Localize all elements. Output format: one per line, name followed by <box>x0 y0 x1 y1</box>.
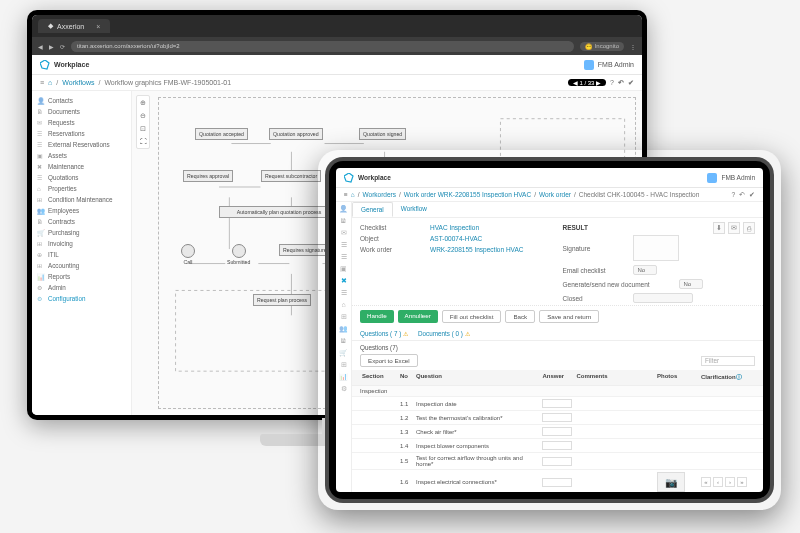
back-icon[interactable]: ◀ <box>38 43 43 50</box>
side-documents-icon[interactable]: 🗎 <box>339 216 348 225</box>
fit-icon[interactable]: ⊡ <box>137 122 149 135</box>
answer-input[interactable] <box>542 413 572 422</box>
sidebar-item-documents[interactable]: 🗎Documents <box>34 106 129 117</box>
sidebar-item-invoicing[interactable]: ⊞Invoicing <box>34 238 129 249</box>
col-no[interactable]: No <box>398 373 414 382</box>
side-condition-icon[interactable]: ⊞ <box>339 312 348 321</box>
side-quotations-icon[interactable]: ☰ <box>339 288 348 297</box>
email-chk-select[interactable]: No <box>633 265 657 275</box>
handle-button[interactable]: Handle <box>360 310 394 323</box>
object-value[interactable]: AST-00074-HVAC <box>430 235 482 242</box>
closed-input[interactable] <box>633 293 693 303</box>
help-icon[interactable]: ? <box>731 191 735 199</box>
col-clarification[interactable]: Clarificationⓘ <box>699 373 755 382</box>
back-arrow-icon[interactable]: ↶ <box>618 79 624 87</box>
export-excel-button[interactable]: Export to Excel <box>360 354 418 367</box>
sidebar-item-reports[interactable]: 📊Reports <box>34 271 129 282</box>
home-icon[interactable]: ⌂ <box>351 191 355 198</box>
sidebar-item-admin[interactable]: ⚙Admin <box>34 282 129 293</box>
check-icon[interactable]: ✔ <box>749 191 755 199</box>
subtab-documents[interactable]: Documents ( 0 ) ⚠ <box>418 330 470 337</box>
home-icon[interactable]: ⌂ <box>48 79 52 86</box>
tab-general[interactable]: General <box>352 202 393 217</box>
email-icon[interactable]: ✉ <box>728 222 740 234</box>
side-ext-res-icon[interactable]: ☰ <box>339 252 348 261</box>
check-icon[interactable]: ✔ <box>628 79 634 87</box>
sidebar-item-purchasing[interactable]: 🛒Purchasing <box>34 227 129 238</box>
side-invoicing-icon[interactable]: ⊞ <box>339 360 348 369</box>
signature-box[interactable] <box>633 235 679 261</box>
crumb-workorders[interactable]: Workorders <box>363 191 396 198</box>
node-quote-approved[interactable]: Quotation approved <box>269 128 323 140</box>
print-icon[interactable]: ⎙ <box>743 222 755 234</box>
side-reports-icon[interactable]: 📊 <box>339 372 348 381</box>
pager-last[interactable]: » <box>737 477 747 487</box>
user-box[interactable]: FMB Admin <box>584 60 634 70</box>
answer-input[interactable] <box>542 457 572 466</box>
table-row[interactable]: 1.3Check air filter* <box>352 424 763 438</box>
reload-icon[interactable]: ⟳ <box>60 43 65 50</box>
node-req-subcontractor[interactable]: Request subcontractor <box>261 170 321 182</box>
side-employees-icon[interactable]: 👥 <box>339 324 348 333</box>
sidebar-item-contracts[interactable]: 🗎Contracts <box>34 216 129 227</box>
side-properties-icon[interactable]: ⌂ <box>339 300 348 309</box>
node-submitted[interactable]: Submitted <box>227 244 250 265</box>
side-maintenance-icon[interactable]: ✖ <box>339 276 348 285</box>
pager-prev[interactable]: ‹ <box>713 477 723 487</box>
side-purchasing-icon[interactable]: 🛒 <box>339 348 348 357</box>
user-box[interactable]: FMB Admin <box>707 173 755 183</box>
sidebar-item-assets[interactable]: ▣Assets <box>34 150 129 161</box>
sidebar-item-employees[interactable]: 👥Employees <box>34 205 129 216</box>
group-inspection[interactable]: Inspection <box>352 385 763 396</box>
forward-icon[interactable]: ▶ <box>49 43 54 50</box>
address-bar[interactable]: titan.axxerion.com/axxerion/ui?objId=2 <box>71 41 574 52</box>
sidebar-item-quotations[interactable]: ☰Quotations <box>34 172 129 183</box>
sidebar-item-ext-reservations[interactable]: ☰External Reservations <box>34 139 129 150</box>
table-row[interactable]: 1.1Inspection date <box>352 396 763 410</box>
browser-tab[interactable]: ◆ Axxerion × <box>38 19 110 33</box>
fill-checklist-button[interactable]: Fill out checklist <box>442 310 502 323</box>
help-icon[interactable]: ? <box>610 79 614 86</box>
table-row[interactable]: 1.4Inspect blower components <box>352 438 763 452</box>
download-icon[interactable]: ⬇ <box>713 222 725 234</box>
sidebar-item-requests[interactable]: ✉Requests <box>34 117 129 128</box>
col-answer[interactable]: Answer <box>540 373 574 382</box>
answer-input[interactable] <box>542 399 572 408</box>
crumb-workflows[interactable]: Workflows <box>62 79 94 86</box>
sidebar-item-reservations[interactable]: ☰Reservations <box>34 128 129 139</box>
zoom-in-icon[interactable]: ⊕ <box>137 96 149 109</box>
node-call[interactable]: Call <box>181 244 195 265</box>
side-assets-icon[interactable]: ▣ <box>339 264 348 273</box>
col-question[interactable]: Question <box>414 373 540 382</box>
hamburger-icon[interactable]: ≡ <box>344 191 348 198</box>
col-section[interactable]: Section <box>360 373 398 382</box>
sidebar-item-contacts[interactable]: 👤Contacts <box>34 95 129 106</box>
side-requests-icon[interactable]: ✉ <box>339 228 348 237</box>
pager-next[interactable]: › <box>725 477 735 487</box>
table-row[interactable]: 1.5Test for correct airflow through unit… <box>352 452 763 469</box>
node-req-approval[interactable]: Requires approval <box>183 170 233 182</box>
crumb-wo-short[interactable]: Work order <box>539 191 571 198</box>
table-row[interactable]: 1.6Inspect electrical connections* 📷 «‹›… <box>352 469 763 492</box>
save-return-button[interactable]: Save and return <box>539 310 599 323</box>
sidebar-item-condition[interactable]: ⊞Condition Maintenance <box>34 194 129 205</box>
back-arrow-icon[interactable]: ↶ <box>739 191 745 199</box>
checklist-value[interactable]: HVAC Inspection <box>430 224 479 231</box>
node-req-plan-process[interactable]: Request plan process <box>253 294 311 306</box>
tab-workflow[interactable]: Workflow <box>393 202 435 217</box>
camera-icon[interactable]: 📷 <box>657 472 685 492</box>
side-contracts-icon[interactable]: 🗎 <box>339 336 348 345</box>
answer-input[interactable] <box>542 478 572 487</box>
workorder-value[interactable]: WRK-2208155 Inspection HVAC <box>430 246 523 253</box>
side-reservations-icon[interactable]: ☰ <box>339 240 348 249</box>
side-contacts-icon[interactable]: 👤 <box>339 204 348 213</box>
node-quote-signed[interactable]: Quotation signed <box>359 128 406 140</box>
close-icon[interactable]: × <box>96 23 100 30</box>
menu-icon[interactable]: ⋮ <box>630 43 636 50</box>
answer-input[interactable] <box>542 427 572 436</box>
side-admin-icon[interactable]: ⚙ <box>339 384 348 393</box>
filter-input[interactable]: Filter <box>701 356 755 366</box>
col-comments[interactable]: Comments <box>574 373 655 382</box>
sidebar-item-configuration[interactable]: ⚙Configuration <box>34 293 129 304</box>
table-row[interactable]: 1.2Test the thermostat's calibration* <box>352 410 763 424</box>
